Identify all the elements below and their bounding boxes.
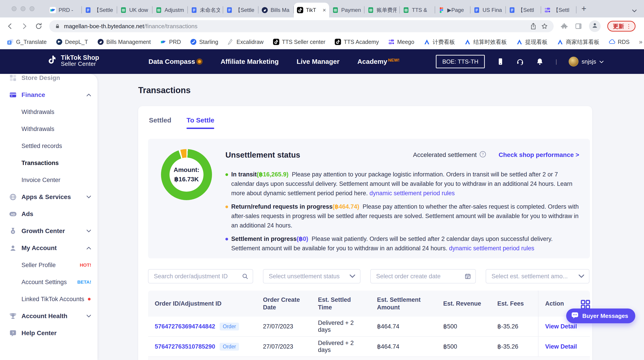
browser-menu-icon[interactable]: ⋮ xyxy=(626,23,632,30)
browser-tab[interactable]: ▶Page xyxy=(435,3,470,18)
notifications-bell-icon[interactable] xyxy=(536,58,544,66)
view-detail-link[interactable]: View Detail xyxy=(545,343,577,350)
sidebar-item[interactable]: Account Settings BETA! xyxy=(0,274,98,291)
new-tab-button[interactable]: + xyxy=(582,4,586,14)
close-window-button[interactable] xyxy=(12,6,16,11)
bookmark-item[interactable]: 商家结算看板 xyxy=(557,38,600,46)
view-detail-link[interactable]: View Detail xyxy=(545,323,577,330)
bookmark-item[interactable]: DeepL_T xyxy=(56,39,88,45)
window-controls[interactable] xyxy=(12,6,34,11)
bookmark-item[interactable]: TTS Seller center xyxy=(273,39,326,45)
zoom-window-button[interactable] xyxy=(30,6,34,11)
reload-button[interactable] xyxy=(35,22,42,30)
lock-icon[interactable] xyxy=(54,23,60,29)
address-bar[interactable]: magellan-boe-th.bytedance.net/finance/tr… xyxy=(49,20,554,32)
back-button[interactable] xyxy=(6,22,14,30)
bookmark-item[interactable]: PRD xyxy=(160,39,181,45)
next-row-stub xyxy=(148,357,590,360)
side-panel-icon[interactable] xyxy=(575,22,582,30)
search-icon[interactable] xyxy=(242,273,248,279)
table-column-header[interactable]: Order ID/Adjustment ID xyxy=(148,291,256,317)
tiktok-shop-logo[interactable]: TikTok Shop Seller Center xyxy=(46,53,99,68)
sidebar-item[interactable]: Settled records xyxy=(0,137,98,154)
bookmark-item[interactable]: Excalidraw xyxy=(228,39,264,45)
table-column-header[interactable]: Est. Settled Time xyxy=(311,291,370,317)
settlement-amount-select[interactable]: Select est. settlement amo... xyxy=(486,269,590,283)
browser-tab[interactable]: 账单费用 xyxy=(364,3,400,18)
bookmark-item[interactable]: 计费看板 xyxy=(424,38,455,46)
sidebar-item[interactable]: Seller Profile HOT! xyxy=(0,257,98,274)
browser-tab[interactable]: Adjustm xyxy=(152,3,188,18)
browser-tab[interactable]: TikT × xyxy=(294,3,329,18)
table-column-header[interactable]: Est. Settlement Amount xyxy=(370,291,436,317)
browser-tab[interactable]: US Fina xyxy=(470,3,506,18)
bookmark-item[interactable]: 结算时效看板 xyxy=(464,38,507,46)
help-circle-icon[interactable]: ? xyxy=(480,151,486,159)
bookmarks-overflow-chevron[interactable]: » xyxy=(639,38,642,46)
order-id-link[interactable]: 576472763694744842 xyxy=(155,323,215,330)
search-order-input[interactable] xyxy=(148,269,253,283)
settlement-tab[interactable]: To Settle xyxy=(186,116,214,129)
sidebar-item[interactable]: Finance xyxy=(0,86,98,103)
bookmark-item[interactable]: 提现看板 xyxy=(516,38,548,46)
bookmark-item[interactable]: Meego xyxy=(388,39,414,45)
table-column-header[interactable]: Order Create Date xyxy=(256,291,311,317)
column-settings-icon[interactable] xyxy=(580,299,591,309)
header-nav-item[interactable]: Live Manager xyxy=(296,57,340,66)
bookmark-star-icon[interactable] xyxy=(541,22,548,30)
browser-tab[interactable]: 【Settle xyxy=(82,3,117,18)
browser-tab[interactable]: 【Settle xyxy=(223,3,258,18)
forward-button[interactable] xyxy=(20,22,28,30)
header-nav-item[interactable]: Academy NEW! xyxy=(357,57,399,66)
browser-tab[interactable]: PRD - xyxy=(46,3,82,18)
share-icon[interactable] xyxy=(530,22,537,30)
unsettlement-status-select[interactable]: Select unsettlement status xyxy=(263,269,360,283)
extensions-icon[interactable] xyxy=(560,22,568,30)
check-shop-performance-link[interactable]: Check shop performance > xyxy=(499,151,579,158)
bookmark-item[interactable]: RDS xyxy=(609,39,630,45)
sidebar-item[interactable]: My Account xyxy=(0,240,98,257)
browser-tab[interactable]: 【Settl xyxy=(541,3,576,18)
table-column-header[interactable]: Est. Revenue xyxy=(436,291,490,317)
sidebar-item[interactable]: ? Help Center xyxy=(0,325,98,342)
bookmark-item[interactable]: TTS Academy xyxy=(335,39,379,45)
sidebar-item[interactable]: AD Ads xyxy=(0,206,98,223)
browser-tab[interactable]: 【Settl xyxy=(506,3,541,18)
sidebar-item[interactable]: Transactions xyxy=(0,154,98,171)
tab-close-icon[interactable]: × xyxy=(322,7,326,14)
tab-list-chevron-icon[interactable] xyxy=(632,6,637,15)
sidebar-item[interactable]: Apps & Services xyxy=(0,189,98,206)
bookmark-item[interactable]: Bills Management xyxy=(98,39,151,45)
browser-tab[interactable]: UK dow xyxy=(117,3,152,18)
minimize-window-button[interactable] xyxy=(20,6,26,11)
browser-profile-button[interactable] xyxy=(589,20,600,32)
mobile-app-icon[interactable] xyxy=(496,58,504,66)
browser-tab[interactable]: TTS & xyxy=(400,3,435,18)
dynamic-settlement-rules-link[interactable]: dynamic settlement period rules xyxy=(370,190,454,197)
sidebar-item[interactable]: Withdrawals xyxy=(0,103,98,120)
header-nav-item[interactable]: Data Compass xyxy=(148,57,202,66)
sidebar-item[interactable]: Withdrawals xyxy=(0,120,98,137)
sidebar-item[interactable]: Growth Center xyxy=(0,223,98,240)
sidebar-item[interactable]: Invoice Center xyxy=(0,171,98,189)
browser-tab[interactable]: Bills Ma xyxy=(258,3,294,18)
browser-tab[interactable]: Paymen xyxy=(329,3,364,18)
dynamic-settlement-rules-link[interactable]: dynamic settlement period rules xyxy=(449,245,534,252)
shop-selector[interactable]: BOE: TTS-TH xyxy=(436,55,485,68)
settlement-tab[interactable]: Settled xyxy=(149,116,171,129)
user-menu[interactable]: snjsjs xyxy=(569,57,604,67)
support-headset-icon[interactable] xyxy=(516,58,524,66)
order-id-link[interactable]: 576472763510785290 xyxy=(155,343,215,350)
browser-update-button[interactable]: 更新 ⋮ xyxy=(607,21,636,32)
bookmark-item[interactable]: G_Translate xyxy=(7,39,47,45)
bookmark-item[interactable]: Starling xyxy=(190,39,218,45)
sidebar-item[interactable]: Store Design xyxy=(0,74,98,86)
search-input[interactable] xyxy=(154,273,238,280)
browser-tab[interactable]: 未命名文 xyxy=(188,3,223,18)
header-nav-item[interactable]: Affiliate Marketing xyxy=(220,57,278,66)
sidebar-item[interactable]: Linked TikTok Accounts xyxy=(0,291,98,308)
buyer-messages-button[interactable]: Buyer Messages xyxy=(566,308,635,323)
table-column-header[interactable]: Est. Fees xyxy=(490,291,538,317)
sidebar-item[interactable]: Account Health xyxy=(0,308,98,325)
order-create-date-picker[interactable]: Select order create date xyxy=(370,269,476,283)
